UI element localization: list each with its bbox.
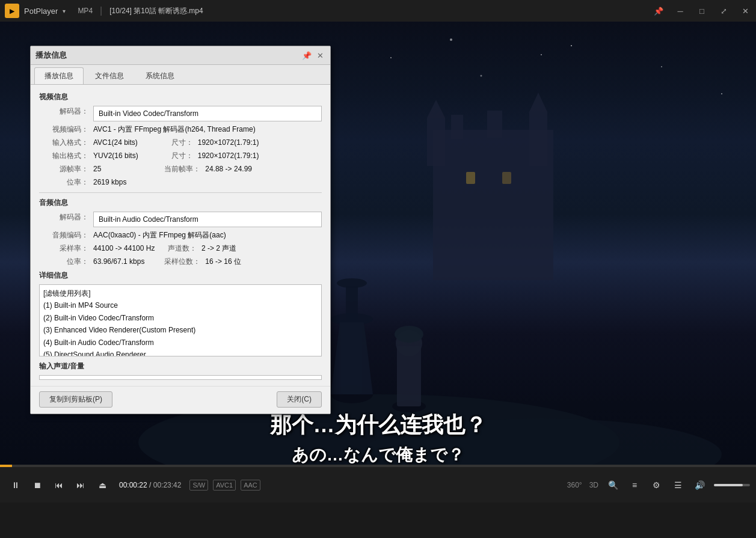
audio-codec-value: AAC(0xaac0) - 内置 FFmpeg 解码器(aac) — [93, 230, 322, 240]
dialog-titlebar: 播放信息 📌 ✕ — [31, 46, 330, 65]
framerate-value: 25 — [93, 164, 163, 174]
prev-button[interactable]: ⏮ — [49, 475, 69, 495]
filter-item-4: (4) Built-in Audio Codec/Transform — [43, 337, 318, 349]
input-format-label: 输入格式： — [39, 137, 93, 148]
samplerate-row: 采样率： 44100 -> 44100 Hz 声道数： 2 -> 2 声道 — [39, 243, 322, 254]
dialog-title: 播放信息 — [35, 50, 67, 61]
playlist-button[interactable]: ≡ — [625, 475, 644, 495]
bit-depth-label: 采样位数： — [163, 256, 205, 267]
video-codec-badge: AVC1 — [213, 480, 236, 491]
input-format-value: AVC1(24 bits) — [93, 137, 168, 148]
video-codec-value: AVC1 - 内置 FFmpeg 解码器(h264, Thread Frame) — [93, 124, 322, 135]
input-size-value: 1920×1072(1.79:1) — [198, 137, 322, 148]
input-channel-title: 输入声道/音量 — [39, 361, 322, 371]
tab-file-info[interactable]: 文件信息 — [85, 67, 134, 84]
current-time: 00:00:22 — [119, 481, 147, 489]
video-decoder-label: 解码器： — [39, 106, 93, 117]
filter-item-1: (1) Built-in MP4 Source — [43, 299, 318, 311]
audio-decoder-label: 解码器： — [39, 212, 93, 222]
dialog-close-footer-button[interactable]: 关闭(C) — [277, 391, 322, 408]
tab-system-info[interactable]: 系统信息 — [135, 67, 185, 84]
eject-button[interactable]: ⏏ — [93, 475, 112, 495]
copy-to-clipboard-button[interactable]: 复制到剪贴板(P) — [39, 391, 112, 408]
sw-badge: S/W — [189, 480, 208, 491]
video-bitrate-label: 位率： — [39, 177, 93, 188]
3d-label[interactable]: 3D — [589, 481, 598, 489]
framerate-label: 源帧率： — [39, 164, 93, 174]
audio-bitrate-value: 63.96/67.1 kbps — [93, 256, 163, 267]
filter-item-5: (5) DirectSound Audio Renderer — [43, 349, 318, 356]
input-channel-bar — [39, 375, 322, 380]
section-divider-1 — [39, 192, 322, 193]
current-framerate-label: 当前帧率： — [163, 164, 205, 174]
bit-depth-value: 16 -> 16 位 — [205, 256, 322, 267]
volume-fill — [714, 484, 743, 486]
channels-value: 2 -> 2 声道 — [201, 243, 322, 254]
samplerate-label: 采样率： — [39, 243, 93, 254]
framerate-row: 源帧率： 25 当前帧率： 24.88 -> 24.99 — [39, 164, 322, 174]
dialog-pin-button[interactable]: 📌 — [301, 50, 312, 61]
subtitle-japanese: あの…なんで俺まで？ — [0, 444, 756, 466]
time-separator: / — [147, 481, 153, 489]
vr360-label[interactable]: 360° — [567, 481, 582, 489]
audio-decoder-row: 解码器： Built-in Audio Codec/Transform — [39, 212, 322, 227]
total-time: 00:23:42 — [153, 481, 182, 489]
audio-codec-row: 音频编码： AAC(0xaac0) - 内置 FFmpeg 解码器(aac) — [39, 230, 322, 240]
audio-decoder-value: Built-in Audio Codec/Transform — [93, 212, 322, 227]
subtitle-chinese: 那个…为什么连我也？ — [0, 411, 756, 440]
menu-button[interactable]: ☰ — [668, 475, 687, 495]
video-codec-row: 视频编码： AVC1 - 内置 FFmpeg 解码器(h264, Thread … — [39, 124, 322, 135]
input-format-row: 输入格式： AVC1(24 bits) 尺寸： 1920×1072(1.79:1… — [39, 137, 322, 148]
subtitle-area: 那个…为什么连我也？ あの…なんで俺まで？ — [0, 411, 756, 466]
file-title: [10/24] 第10話 斬断诱惑.mp4 — [109, 6, 203, 16]
dialog-close-button[interactable]: ✕ — [315, 50, 325, 61]
dialog-footer: 复制到剪贴板(P) 关闭(C) — [31, 386, 330, 414]
time-display: 00:00:22 / 00:23:42 — [119, 481, 181, 489]
close-button[interactable]: ✕ — [734, 0, 756, 22]
output-size-label: 尺寸： — [168, 150, 198, 161]
filter-item-2: (2) Built-in Video Codec/Transform — [43, 312, 318, 324]
tab-playback-info[interactable]: 播放信息 — [34, 67, 84, 84]
title-dropdown[interactable]: ▾ — [63, 8, 66, 14]
restore-button[interactable]: □ — [691, 0, 713, 22]
dialog-content: 视频信息 解码器： Built-in Video Codec/Transform… — [31, 85, 330, 386]
resize-button[interactable]: ⤢ — [713, 0, 734, 22]
detail-box[interactable]: [滤镜使用列表] (1) Built-in MP4 Source (2) Bui… — [39, 284, 322, 356]
titlebar: ▶ PotPlayer ▾ MP4 | [10/24] 第10話 斬断诱惑.mp… — [0, 0, 756, 22]
input-channel-section: 输入声道/音量 — [39, 361, 322, 380]
input-size-label: 尺寸： — [168, 137, 198, 148]
settings-button[interactable]: ⚙ — [647, 475, 666, 495]
audio-bitrate-row: 位率： 63.96/67.1 kbps 采样位数： 16 -> 16 位 — [39, 256, 322, 267]
title-separator: | — [100, 5, 102, 16]
video-bitrate-value: 2619 kbps — [93, 177, 322, 188]
output-format-value: YUV2(16 bits) — [93, 150, 168, 161]
titlebar-left: ▶ PotPlayer ▾ MP4 | [10/24] 第10話 斬断诱惑.mp… — [5, 4, 203, 18]
app-logo: ▶ — [5, 4, 19, 18]
audio-bitrate-label: 位率： — [39, 256, 93, 267]
filter-item-3: (3) Enhanced Video Renderer(Custom Prese… — [43, 324, 318, 336]
video-codec-label: 视频编码： — [39, 124, 93, 135]
samplerate-value: 44100 -> 44100 Hz — [93, 243, 165, 254]
next-button[interactable]: ⏭ — [71, 475, 90, 495]
video-bitrate-row: 位率： 2619 kbps — [39, 177, 322, 188]
controls-right: 360° 3D 🔍 ≡ ⚙ ☰ 🔊 — [565, 475, 750, 495]
controls-bar: ⏸ ⏹ ⏮ ⏭ ⏏ 00:00:22 / 00:23:42 S/W AVC1 A… — [0, 467, 756, 503]
format-badge: MP4 — [78, 7, 93, 15]
play-pause-button[interactable]: ⏸ — [6, 475, 25, 495]
zoom-button[interactable]: 🔍 — [603, 475, 622, 495]
channels-label: 声道数： — [165, 243, 201, 254]
audio-codec-label: 音频编码： — [39, 230, 93, 240]
current-framerate-value: 24.88 -> 24.99 — [205, 164, 322, 174]
pin-button[interactable]: 📌 — [648, 0, 669, 22]
volume-slider[interactable] — [714, 484, 750, 486]
output-format-row: 输出格式： YUV2(16 bits) 尺寸： 1920×1072(1.79:1… — [39, 150, 322, 161]
titlebar-controls: 📌 ─ □ ⤢ ✕ — [648, 0, 756, 22]
video-decoder-row: 解码器： Built-in Video Codec/Transform — [39, 106, 322, 121]
stop-button[interactable]: ⏹ — [28, 475, 47, 495]
minimize-button[interactable]: ─ — [669, 0, 691, 22]
output-size-value: 1920×1072(1.79:1) — [198, 150, 322, 161]
audio-section-title: 音频信息 — [39, 198, 322, 208]
detail-section-title: 详细信息 — [39, 271, 322, 281]
video-section-title: 视频信息 — [39, 92, 322, 102]
dialog-tabs: 播放信息 文件信息 系统信息 — [31, 65, 330, 85]
